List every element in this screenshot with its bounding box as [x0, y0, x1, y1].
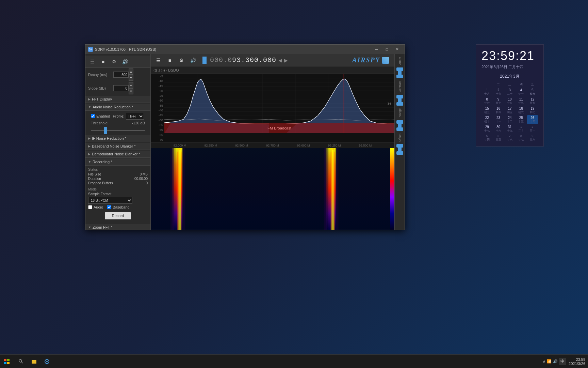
slope-up-btn[interactable]: ▲	[129, 82, 133, 88]
threshold-slider[interactable]	[91, 130, 145, 131]
slope-spinbox[interactable]: ▲ ▼	[113, 82, 133, 94]
audio-button[interactable]: 🔊	[120, 57, 130, 66]
main-audio-btn[interactable]: 🔊	[188, 56, 198, 65]
zoom-fft-arrow: ▼	[88, 226, 91, 229]
cal-day-23[interactable]: 23十一	[493, 115, 504, 124]
dropped-buffers-row: Dropped Buffers 0	[88, 181, 148, 185]
cal-day-next-1[interactable]: 1二十	[516, 124, 526, 133]
cal-day-15[interactable]: 15初三	[481, 106, 492, 115]
cal-header-fri: 五	[527, 81, 538, 87]
cal-day-5[interactable]: 5偷枪	[527, 88, 538, 96]
fft-expand-arrow: ▶	[88, 97, 91, 101]
freq-right-arrow[interactable]: ▶	[284, 58, 288, 63]
range-slider[interactable]	[399, 125, 401, 126]
record-button[interactable]: Record	[105, 212, 131, 219]
cal-day-30[interactable]: 30十八	[493, 124, 504, 133]
main-settings-btn[interactable]: ⚙	[177, 56, 186, 65]
enabled-profile-row: Enabled Profile: Hi-Fi Voice	[88, 112, 148, 120]
spectrum-container: ((( J ))) - BSDO -5 -10 -15 -20 -25 -30 …	[151, 66, 394, 230]
folder-icon	[31, 359, 37, 364]
start-button[interactable]	[0, 355, 14, 368]
minimize-button[interactable]: ─	[372, 46, 381, 53]
audio-checkbox[interactable]	[88, 205, 92, 209]
main-hamburger-btn[interactable]: ☰	[153, 56, 163, 65]
taskbar-browser-icon[interactable]	[41, 355, 53, 368]
cal-day-9[interactable]: 9廿七	[493, 97, 504, 106]
right-sidebar: Zoom Contrast Range	[394, 54, 405, 230]
stop-button[interactable]: ■	[98, 57, 108, 66]
close-button[interactable]: ✕	[392, 46, 402, 53]
range-down-btn[interactable]	[396, 127, 403, 131]
audio-noise-header[interactable]: ▼ Audio Noise Reduction *	[85, 104, 150, 111]
cal-day-19[interactable]: 19初七	[527, 106, 538, 115]
decay-down-btn[interactable]: ▼	[129, 75, 133, 81]
slope-input[interactable]	[113, 85, 129, 91]
cal-day-12[interactable]: 12廿九	[527, 97, 538, 106]
cal-day-next-8[interactable]: 8廿七	[516, 134, 526, 142]
recording-header[interactable]: ▼ Recording *	[85, 158, 150, 166]
cal-day-next-7[interactable]: 7廿六	[504, 134, 515, 142]
cal-day-29[interactable]: 29十七	[481, 124, 492, 133]
taskbar-clock[interactable]: 23:59 2021/3/26	[569, 357, 585, 366]
cal-day-next-9[interactable]: 9廿八	[527, 134, 538, 142]
cal-grid: 一 二 三 四 五 1十八 2十九 3二十 4廿一 5偷枪 8廿六 9廿七 10…	[481, 81, 538, 142]
window-body: ☰ ■ ⚙ 🔊 Decay (ms) ▲ ▼	[85, 54, 405, 230]
calendar: 2021年3月 一 二 三 四 五 1十八 2十九 3二十 4廿一 5偷枪 8廿…	[481, 74, 538, 142]
maximize-button[interactable]: □	[382, 46, 392, 53]
cal-day-22[interactable]: 22初十	[481, 115, 492, 124]
freq-left-arrow[interactable]: ◀	[278, 58, 282, 63]
cal-day-next-6[interactable]: 6廿五	[493, 134, 504, 142]
duration-value: 00:00:00	[134, 177, 148, 181]
threshold-slider-container	[88, 126, 148, 133]
cal-day-31[interactable]: 31十九	[504, 124, 515, 133]
demodulator-noise-header[interactable]: ▶ Demodulator Noise Blanker *	[85, 151, 150, 158]
svg-point-56	[46, 361, 48, 362]
tray-expand[interactable]: ∧	[543, 359, 545, 364]
profile-select[interactable]: Hi-Fi Voice	[126, 113, 144, 120]
baseband-noise-header[interactable]: ▶ Baseband Noise Blanker *	[85, 143, 150, 150]
slope-down-btn[interactable]: ▼	[129, 88, 133, 94]
cal-day-16[interactable]: 16初四	[493, 106, 504, 115]
taskbar-icons-group	[14, 355, 54, 368]
cal-day-26-today[interactable]: 26十四	[527, 115, 538, 124]
cal-day-24[interactable]: 24十二	[504, 115, 515, 124]
taskbar-files-icon[interactable]	[28, 355, 40, 368]
zoom-fft-header[interactable]: ▼ Zoom FFT *	[85, 224, 150, 230]
cal-day-25[interactable]: 25十三	[516, 115, 526, 124]
ime-indicator[interactable]: 中	[559, 358, 566, 365]
decay-spinbox[interactable]: ▲ ▼	[113, 68, 133, 81]
cal-day-8[interactable]: 8廿六	[481, 97, 492, 106]
fft-display-header[interactable]: ▶ FFT Display	[85, 96, 150, 103]
zoom-slider[interactable]	[399, 72, 401, 73]
cal-day-10[interactable]: 10廿八	[504, 97, 515, 106]
enabled-checkbox[interactable]	[91, 114, 95, 118]
taskbar-search-icon[interactable]	[15, 355, 27, 368]
if-noise-header[interactable]: ▶ IF Noise Reduction *	[85, 135, 150, 142]
settings-button[interactable]: ⚙	[109, 57, 119, 66]
fft-display-label: FFT Display	[92, 97, 112, 101]
cal-day-3[interactable]: 3二十	[504, 88, 515, 96]
sample-format-select[interactable]: 16 Bit PCM 32 Bit PCM	[88, 197, 132, 204]
decay-up-btn[interactable]: ▲	[129, 68, 133, 75]
main-stop-btn[interactable]: ■	[165, 56, 175, 65]
cal-day-11[interactable]: 11廿九	[516, 97, 526, 106]
cal-day-18[interactable]: 18初六	[516, 106, 526, 115]
decay-input[interactable]	[113, 72, 129, 78]
contrast-slider[interactable]	[399, 100, 401, 101]
cal-day-4[interactable]: 4廿一	[516, 88, 526, 96]
cal-day-next-2[interactable]: 2廿一	[527, 124, 538, 133]
spectrum-area[interactable]: -5 -10 -15 -20 -25 -30 -35 -40 -45 -50 -…	[151, 74, 394, 142]
cal-day-17[interactable]: 17初五	[504, 106, 515, 115]
offset-down-btn[interactable]	[396, 151, 403, 155]
offset-slider[interactable]	[399, 149, 401, 150]
waterfall-area[interactable]	[151, 148, 394, 230]
slope-row: Slope (dB) ▲ ▼	[85, 81, 150, 95]
baseband-checkbox[interactable]	[107, 205, 111, 209]
contrast-down-btn[interactable]	[396, 102, 403, 106]
sample-format-row: Sample Format	[88, 192, 148, 196]
cal-day-2[interactable]: 2十九	[493, 88, 504, 96]
cal-day-1[interactable]: 1十八	[481, 88, 492, 96]
hamburger-button[interactable]: ☰	[87, 57, 97, 66]
cal-day-next-5[interactable]: 5廿四	[481, 134, 492, 142]
zoom-down-btn[interactable]	[396, 75, 403, 78]
